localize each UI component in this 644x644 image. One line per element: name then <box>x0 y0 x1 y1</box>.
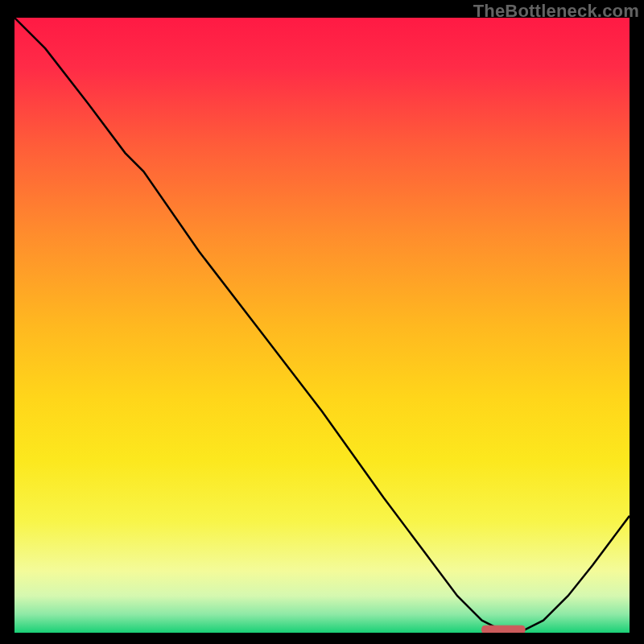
watermark-label: TheBottleneck.com <box>473 1 639 22</box>
selected-range-marker <box>482 625 526 633</box>
gradient-background <box>14 18 630 633</box>
chart-svg <box>14 18 630 633</box>
chart-frame: TheBottleneck.com <box>0 0 644 644</box>
plot-area <box>14 18 630 633</box>
